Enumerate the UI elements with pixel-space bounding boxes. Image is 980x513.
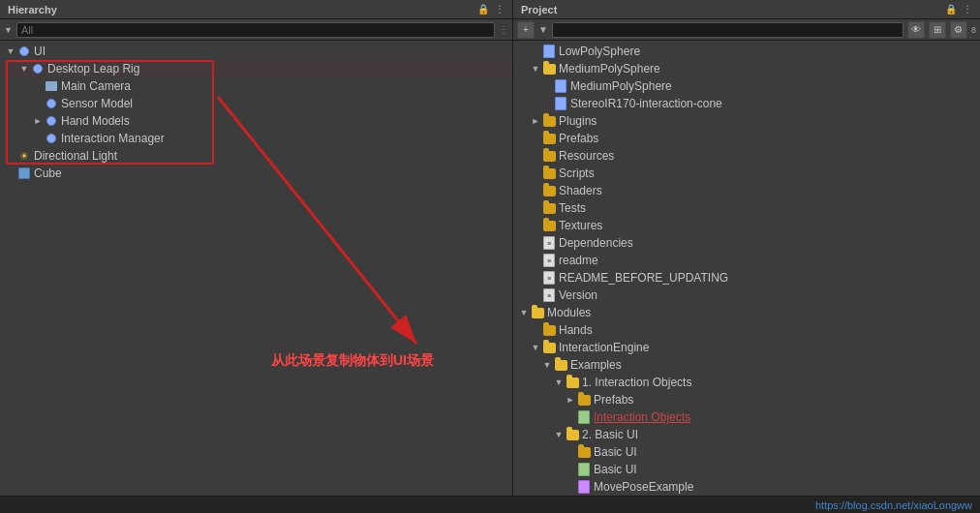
folder-icon [542,166,556,180]
proj-label-basic-ui-subfolder: Basic UI [594,445,637,459]
proj-label-plugins: Plugins [559,114,597,128]
proj-item-shaders[interactable]: Shaders [513,182,980,199]
file-txt-icon: ≡ [542,288,556,302]
proj-item-lowpolysphere[interactable]: LowPolySphere [513,43,980,60]
tree-arrow [529,323,542,337]
proj-label-hands: Hands [559,323,593,337]
tree-label-main-camera: Main Camera [61,79,131,93]
proj-label-examples: Examples [570,358,622,372]
project-title: Project [521,4,557,15]
tree-arrow [529,166,542,180]
tree-arrow [529,62,542,75]
tree-item-directional-light[interactable]: ☀ Directional Light [0,147,512,165]
proj-label-prefabs-sub: Prefabs [594,393,633,407]
camera-icon [45,79,58,93]
tree-arrow [529,341,542,354]
hierarchy-title: Hierarchy [8,4,57,15]
tree-arrow [564,445,577,459]
add-button[interactable]: + [517,21,535,39]
proj-item-prefabs[interactable]: Prefabs [513,130,980,147]
proj-item-mediumpolysphere-parent[interactable]: MediumPolySphere [513,60,980,77]
proj-item-version[interactable]: ≡ Version [513,287,980,304]
proj-item-plugins[interactable]: Plugins [513,112,980,130]
tree-item-main-camera[interactable]: Main Camera [0,77,512,95]
project-more-icon[interactable]: ⋮ [963,4,972,15]
gameobj-icon [17,45,31,58]
proj-item-readme[interactable]: ≡ readme [513,252,980,269]
scene-icon [577,463,591,476]
tree-item-ui[interactable]: UI [0,43,512,60]
proj-item-basic-ui-scene[interactable]: Basic UI [513,461,980,478]
proj-item-basic-ui-folder[interactable]: 2. Basic UI [513,426,980,443]
proj-label-basic-ui-scene: Basic UI [594,463,637,476]
dropdown-arrow[interactable]: ▼ [4,25,13,35]
proj-item-move-pose-example[interactable]: MovePoseExample [513,478,980,496]
proj-item-stereo-ir[interactable]: StereoIR170-interaction-cone [513,95,980,112]
proj-item-interaction-objects-folder[interactable]: 1. Interaction Objects [513,374,980,391]
tree-item-interaction-manager[interactable]: Interaction Manager [0,130,512,147]
project-search[interactable] [552,22,903,38]
proj-label-interaction-engine: InteractionEngine [559,341,649,354]
folder-open-icon [542,341,556,354]
light-icon: ☀ [17,149,31,163]
file-txt-icon: ≡ [542,271,556,285]
tree-arrow [31,97,45,110]
tree-arrow [552,428,566,441]
proj-item-basic-ui-subfolder[interactable]: Basic UI [513,443,980,461]
proj-item-examples[interactable]: Examples [513,356,980,374]
proj-item-tests[interactable]: Tests [513,199,980,217]
proj-item-interaction-objects-scene[interactable]: Interaction Objects [513,408,980,426]
folder-open-icon [542,62,556,75]
folder-open-icon [566,428,579,441]
proj-item-mediumpolysphere[interactable]: MediumPolySphere [513,77,980,95]
more-options[interactable]: ⋮ [499,24,508,35]
proj-item-textures[interactable]: Textures [513,217,980,234]
proj-item-interaction-engine[interactable]: InteractionEngine [513,339,980,356]
tree-arrow [17,62,31,75]
proj-item-readme-before-updating[interactable]: ≡ README_BEFORE_UPDATING [513,269,980,287]
tree-item-hand-models[interactable]: Hand Models [0,112,512,130]
proj-label-scripts: Scripts [559,166,595,180]
hierarchy-content: UI Desktop Leap Rig Main Camera Sensor M… [0,41,512,496]
project-lock-icon[interactable]: 🔒 [945,4,957,15]
eye-button[interactable]: 👁 [907,21,925,39]
annotation-text: 从此场景复制物体到UI场景 [271,352,434,370]
tree-arrow [529,288,542,302]
proj-item-scripts[interactable]: Scripts [513,165,980,182]
hierarchy-more-icon[interactable]: ⋮ [495,4,505,15]
tree-arrow [564,410,577,424]
folder-open-icon [531,306,544,319]
tree-arrow [529,114,542,128]
tree-arrow [564,393,577,407]
proj-item-modules[interactable]: Modules [513,304,980,321]
tree-arrow [529,149,542,163]
proj-item-resources[interactable]: Resources [513,147,980,165]
project-toolbar: + ▼ 👁 ⊞ ⚙ 8 [513,19,980,41]
tree-label-cube: Cube [34,166,62,180]
proj-item-prefabs-sub[interactable]: Prefabs [513,391,980,408]
prefab-icon [577,480,591,494]
tree-item-cube[interactable]: Cube [0,165,512,182]
view-button[interactable]: ⊞ [929,21,946,39]
hierarchy-lock-icon[interactable]: 🔒 [477,4,489,15]
prefab-icon [554,79,567,93]
status-bar: https://blog.csdn.net/xiaoLongww [0,496,980,513]
tree-item-sensor-model[interactable]: Sensor Model [0,95,512,112]
proj-item-hands[interactable]: Hands [513,321,980,339]
proj-label-shaders: Shaders [559,184,602,197]
proj-label-move-pose-example: MovePoseExample [594,480,693,494]
prefab-icon [542,45,556,58]
tree-arrow [529,132,542,145]
dropdown-arrow[interactable]: ▼ [538,24,548,35]
hierarchy-search[interactable] [16,22,495,38]
folder-open-icon [566,376,579,389]
proj-label-mediumpolysphere-parent: MediumPolySphere [559,62,660,75]
tree-arrow [529,184,542,197]
proj-item-dependencies[interactable]: ≡ Dependencies [513,234,980,252]
tree-item-desktop-leap-rig[interactable]: Desktop Leap Rig [0,60,512,77]
file-txt-icon: ≡ [542,236,556,250]
folder-icon [542,219,556,232]
url-text: https://blog.csdn.net/xiaoLongww [815,499,972,511]
settings-button[interactable]: ⚙ [950,21,967,39]
tree-arrow [529,219,542,232]
